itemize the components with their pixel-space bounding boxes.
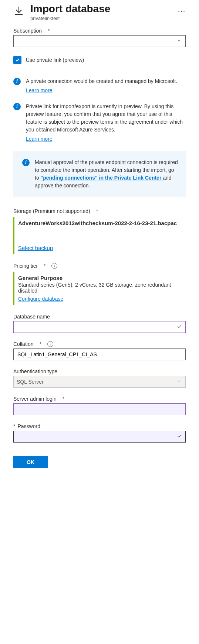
collation-input[interactable] bbox=[13, 348, 186, 360]
database-name-input[interactable] bbox=[13, 321, 186, 333]
checkmark-icon bbox=[176, 324, 182, 331]
password-input[interactable] bbox=[13, 431, 186, 443]
info-tooltip-icon[interactable]: i bbox=[47, 341, 53, 347]
page-subtitle: privatelinktest bbox=[30, 16, 172, 21]
chevron-down-icon bbox=[176, 379, 182, 385]
chevron-down-icon bbox=[176, 38, 182, 44]
subscription-select[interactable] bbox=[13, 35, 186, 47]
auth-type-label: Authentication type bbox=[13, 368, 186, 374]
auth-type-select[interactable]: SQL Server bbox=[13, 376, 186, 388]
checkbox-checked-icon bbox=[13, 56, 21, 64]
password-label: *Password bbox=[13, 423, 186, 429]
admin-login-label: Server admin login * bbox=[13, 396, 186, 402]
info-icon: i bbox=[13, 78, 21, 85]
select-backup-link[interactable]: Select backup bbox=[18, 245, 53, 251]
storage-file-name: AdventureWorks2012withchecksum-2022-2-16… bbox=[18, 220, 182, 226]
info-private-connection: i A private connection would be created … bbox=[13, 77, 186, 94]
learn-more-link[interactable]: Learn more bbox=[26, 87, 53, 94]
manual-approval-callout: i Manual approval of the private endpoin… bbox=[13, 151, 186, 197]
collation-label: Collation * i bbox=[13, 341, 186, 347]
configure-database-link[interactable]: Configure database bbox=[18, 296, 63, 302]
info-tooltip-icon[interactable]: i bbox=[51, 263, 57, 269]
ok-button[interactable]: OK bbox=[13, 456, 48, 468]
pricing-tier-desc: Standard-series (Gen5), 2 vCores, 32 GB … bbox=[18, 282, 182, 294]
learn-more-link[interactable]: Learn more bbox=[26, 135, 53, 143]
info-icon: i bbox=[22, 159, 30, 166]
info-preview-terms: i Private link for import/export is curr… bbox=[13, 103, 186, 143]
footer-bar: OK bbox=[13, 451, 186, 468]
checkmark-icon bbox=[176, 433, 182, 440]
import-icon bbox=[13, 5, 24, 17]
use-private-link-checkbox[interactable]: Use private link (preview) bbox=[13, 56, 186, 64]
pricing-tier-box: General Purpose Standard-series (Gen5), … bbox=[13, 272, 186, 305]
pending-connections-link[interactable]: "pending connections" in the Private Lin… bbox=[41, 175, 163, 181]
storage-label: Storage (Premium not supported) * bbox=[13, 208, 186, 214]
pricing-tier-label: Pricing tier * i bbox=[13, 263, 186, 269]
blade-header: Import database privatelinktest ··· bbox=[13, 3, 186, 21]
page-title: Import database bbox=[30, 3, 172, 15]
info-icon: i bbox=[13, 103, 21, 110]
use-private-link-label: Use private link (preview) bbox=[26, 57, 84, 63]
admin-login-input[interactable] bbox=[13, 403, 186, 415]
database-name-label: Database name bbox=[13, 314, 186, 320]
subscription-label: Subscription * bbox=[13, 28, 186, 34]
pricing-tier-name: General Purpose bbox=[18, 275, 182, 281]
more-menu-icon[interactable]: ··· bbox=[178, 7, 186, 15]
storage-selection-box: AdventureWorks2012withchecksum-2022-2-16… bbox=[13, 217, 186, 254]
